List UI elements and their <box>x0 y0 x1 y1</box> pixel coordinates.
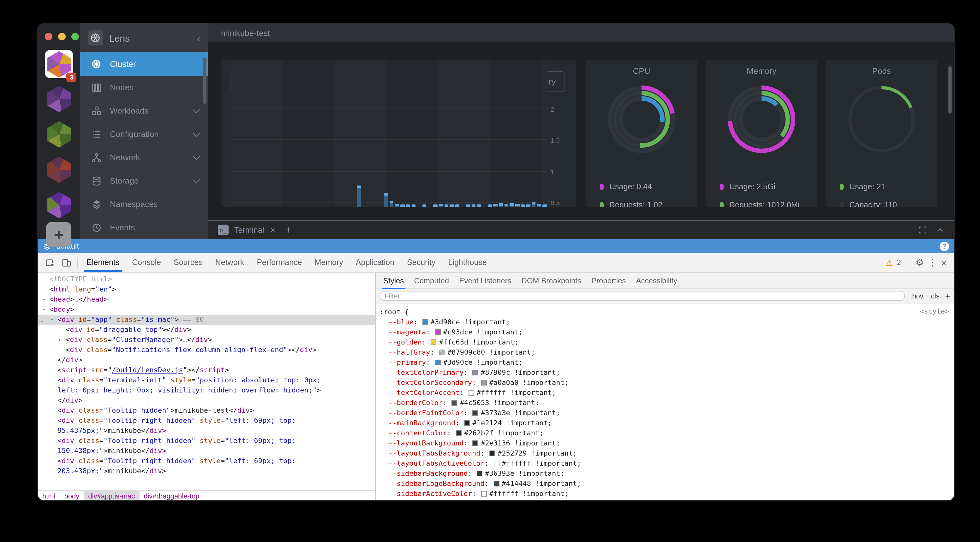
color-swatch[interactable] <box>469 390 474 396</box>
breadcrumb-item[interactable]: div#draggable-top <box>139 491 204 500</box>
sidebar-item-storage[interactable]: Storage <box>80 169 208 192</box>
dom-tree-line[interactable]: left: 0px; height: 0px; visibility: hidd… <box>38 385 375 396</box>
color-swatch[interactable] <box>464 420 470 426</box>
dom-tree-line[interactable]: <div id="draggable-top"></div> <box>38 325 375 335</box>
tab-lighthouse[interactable]: Lighthouse <box>442 253 493 272</box>
dom-tree-line[interactable]: <!DOCTYPE html> <box>38 274 375 285</box>
tab-network[interactable]: Network <box>209 253 251 272</box>
macos-close-button[interactable] <box>45 33 52 40</box>
css-property-line[interactable]: --layoutBackground: #2e3136 !important; <box>376 439 954 448</box>
css-property-line[interactable]: --layoutTabsBackground: #252729 !importa… <box>376 448 954 459</box>
color-swatch[interactable] <box>481 380 487 385</box>
css-property-line[interactable]: --sidebarLogoBackground: #414448 !import… <box>376 479 954 489</box>
color-swatch[interactable] <box>473 441 478 446</box>
dom-tree-line[interactable]: 203.438px;">minikube</div> <box>38 466 375 476</box>
css-property-line[interactable]: --magenta: #c93dce !important; <box>376 328 954 338</box>
sidebar-scrollbar[interactable] <box>203 57 207 104</box>
warning-count[interactable]: 2 <box>897 258 901 267</box>
color-swatch[interactable] <box>493 461 499 466</box>
css-property-line[interactable]: --mainBackground: #1e2124 !important; <box>376 418 954 428</box>
color-swatch[interactable] <box>473 370 478 376</box>
breadcrumb-item[interactable]: html <box>38 491 60 500</box>
color-swatch[interactable] <box>452 400 458 406</box>
styles-tab-properties[interactable]: Properties <box>586 272 631 288</box>
dom-tree[interactable]: <!DOCTYPE html><html lang="en">▸<head>…<… <box>38 273 375 490</box>
dom-tree-line[interactable]: <div class="Tooltip right hidden" style=… <box>38 436 375 446</box>
terminal-add-icon[interactable]: + <box>285 223 292 236</box>
css-property-line[interactable]: --golden: #ffc63d !important; <box>376 338 954 348</box>
cluster-tile[interactable] <box>45 120 73 149</box>
dom-tree-line[interactable]: ▸<head>…</head> <box>38 295 375 305</box>
css-property-line[interactable]: --halfGray: #87909c80 !important; <box>376 348 954 358</box>
sidebar-item-cluster[interactable]: Cluster <box>80 52 208 76</box>
sidebar-item-configuration[interactable]: Configuration <box>80 122 208 146</box>
sidebar-item-nodes[interactable]: Nodes <box>80 76 208 99</box>
tree-toggle-arrow-icon[interactable]: ▸ <box>42 295 46 305</box>
inspect-element-icon[interactable] <box>42 255 58 269</box>
css-property-line[interactable]: --primary: #3d90ce !important; <box>376 358 954 368</box>
devtools-settings-gear-icon[interactable]: ⚙ <box>916 257 924 268</box>
dom-tree-line[interactable]: 95.4375px;">minikube</div> <box>38 426 375 436</box>
terminal-expand-icon[interactable] <box>919 226 927 234</box>
sidebar-item-workloads[interactable]: Workloads <box>80 99 208 122</box>
dom-tree-line[interactable]: ▸<div class="ClusterManager">…</div> <box>38 335 375 345</box>
styles-filter-input[interactable] <box>380 291 905 301</box>
device-toolbar-icon[interactable] <box>58 255 75 269</box>
macos-zoom-button[interactable] <box>72 33 79 40</box>
sidebar-item-network[interactable]: Network <box>80 146 208 169</box>
color-swatch[interactable] <box>481 491 487 496</box>
dom-tree-line[interactable]: <div class="Notifications flex column al… <box>38 345 375 355</box>
styles-tab-event-listeners[interactable]: Event Listeners <box>454 272 516 288</box>
terminal-collapse-chevron-icon[interactable] <box>936 226 944 234</box>
tree-toggle-arrow-icon[interactable]: ▾ <box>42 305 46 315</box>
css-property-line[interactable]: --contentColor: #262b2f !important; <box>376 428 954 439</box>
dom-tree-line[interactable]: <div class="Tooltip right hidden" style=… <box>38 456 375 466</box>
dom-tree-line[interactable]: <div class="terminal-init" style="positi… <box>38 376 375 385</box>
color-swatch[interactable] <box>431 339 436 345</box>
breadcrumb-item[interactable]: body <box>60 491 84 500</box>
cluster-tile[interactable] <box>45 191 73 220</box>
devtools-menu-dots-icon[interactable]: ⋮ <box>928 257 937 268</box>
help-button[interactable]: ? <box>940 241 949 251</box>
color-swatch[interactable] <box>422 319 428 325</box>
color-swatch[interactable] <box>439 350 445 355</box>
tree-toggle-arrow-icon[interactable]: ▾ <box>51 315 54 325</box>
css-property-line[interactable]: --textColorPrimary: #87909c !important; <box>376 368 954 378</box>
sidebar-item-events[interactable]: Events <box>80 216 208 239</box>
node-menu-dots-icon[interactable]: … <box>39 315 43 325</box>
tab-application[interactable]: Application <box>350 253 401 272</box>
color-swatch[interactable] <box>489 450 495 456</box>
color-swatch[interactable] <box>435 360 441 365</box>
sidebar-collapse-icon[interactable]: ‹ <box>197 32 200 43</box>
sidebar-item-namespaces[interactable]: Namespaces <box>80 192 208 216</box>
css-property-line[interactable]: --layoutTabsActiveColor: #ffffff !import… <box>376 459 954 469</box>
tab-security[interactable]: Security <box>401 253 442 272</box>
css-property-line[interactable]: --sidebarBackground: #36393e !important; <box>376 469 954 479</box>
cluster-tile[interactable]: 3 <box>45 50 73 78</box>
dom-tree-line[interactable]: ▾…<div id="app" class="is-mac"> == $0 <box>38 315 375 325</box>
new-style-rule-button[interactable]: + <box>945 291 950 301</box>
tab-memory[interactable]: Memory <box>309 253 350 272</box>
dom-tree-line[interactable]: <html lang="en"> <box>38 285 375 295</box>
styles-tab-computed[interactable]: Computed <box>409 272 454 288</box>
color-swatch[interactable] <box>477 471 482 476</box>
cluster-tile[interactable] <box>45 85 73 114</box>
dom-tree-line[interactable]: </div> <box>38 355 375 365</box>
color-swatch[interactable] <box>473 410 478 416</box>
color-swatch[interactable] <box>456 430 461 436</box>
dom-tree-line[interactable]: 150.438px;">minikube</div> <box>38 446 375 456</box>
css-property-line[interactable]: --borderFaintColor: #373a3e !important; <box>376 408 954 418</box>
color-swatch[interactable] <box>435 330 441 335</box>
terminal-close-icon[interactable]: × <box>270 225 275 235</box>
dashboard-scrollbar[interactable] <box>948 66 951 114</box>
css-property-line[interactable]: --textColorAccent: #ffffff !important; <box>376 388 954 398</box>
color-swatch[interactable] <box>493 481 499 487</box>
toggle-hover-state-button[interactable]: :hov <box>910 292 923 300</box>
terminal-tab[interactable]: Terminal <box>234 225 264 235</box>
styles-tab-styles[interactable]: Styles <box>378 272 409 288</box>
css-property-line[interactable]: --borderColor: #4c5053 !important; <box>376 398 954 408</box>
css-property-line[interactable]: --sidebarActiveColor: #ffffff !important… <box>376 489 954 499</box>
tree-toggle-arrow-icon[interactable]: ▸ <box>59 335 62 345</box>
css-property-line[interactable]: --textColorSecondary: #a0a0a0 !important… <box>376 378 954 388</box>
dom-tree-line[interactable]: <div class="Tooltip right hidden" style=… <box>38 416 375 426</box>
